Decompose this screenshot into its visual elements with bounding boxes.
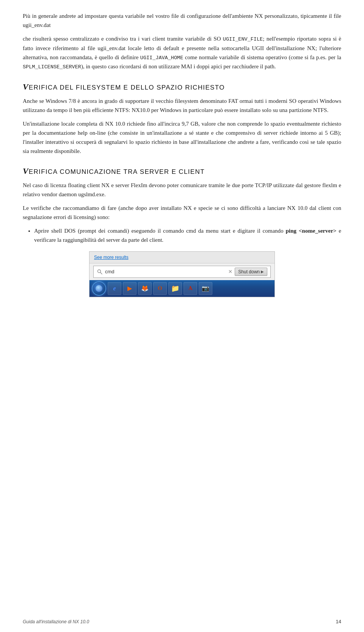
shutdown-arrow-icon: ▶ xyxy=(261,270,264,274)
p2-code1: UGII_ENV_FILE xyxy=(223,36,263,42)
start-button[interactable] xyxy=(92,281,106,296)
firefox-icon: 🦊 xyxy=(141,285,149,292)
footer-page-number: 14 xyxy=(336,619,341,624)
page-content: Più in generale andrete ad impostare que… xyxy=(0,0,364,327)
folder-taskbar-icon[interactable]: 📁 xyxy=(168,282,182,295)
section2-heading: Verifica comunicazione tra server e clie… xyxy=(23,166,341,176)
ie-taskbar-icon[interactable]: e xyxy=(108,282,121,295)
section2-p2-text: Le verifiche che raccomandiamo di fare (… xyxy=(23,205,341,220)
section2-heading-text: erifica comunicazione tra server e clien… xyxy=(29,168,205,175)
section2-p2: Le verifiche che raccomandiamo di fare (… xyxy=(23,203,341,222)
win7-taskbar: e ▶ 🦊 O 📁 A xyxy=(89,280,275,297)
acrobat-icon: A xyxy=(188,285,192,292)
page-footer: Guida all'installazione di NX 10.0 14 xyxy=(0,619,364,624)
paragraph-2: che risulterà spesso centralizzato e con… xyxy=(23,34,341,71)
cmd-input-text[interactable]: cmd xyxy=(105,269,226,274)
bullet-list: Aprire shell DOS (prompt dei comandi) es… xyxy=(34,226,341,244)
ie-icon: e xyxy=(113,285,116,292)
section1-heading: Verifica del filesystem e dello spazio r… xyxy=(23,82,341,92)
acrobat-taskbar-icon[interactable]: A xyxy=(184,282,197,295)
see-more-results[interactable]: See more results xyxy=(94,255,271,260)
camera-icon: 📷 xyxy=(202,285,209,292)
section2-p1-text: Nel caso di licenza floating client NX e… xyxy=(23,182,341,197)
firefox-taskbar-icon[interactable]: 🦊 xyxy=(138,282,152,295)
paragraph-1: Più in generale andrete ad impostare que… xyxy=(23,11,341,30)
media-player-taskbar-icon[interactable]: ▶ xyxy=(123,282,136,295)
p2-code2: UGII_JAVA_HOME xyxy=(140,55,183,61)
cmd-clear-button[interactable]: ✕ xyxy=(228,269,232,275)
shutdown-label: Shut down xyxy=(238,269,260,274)
bullet1-prefix: Aprire shell DOS (prompt dei comandi) es… xyxy=(34,228,286,234)
office-taskbar-icon[interactable]: O xyxy=(153,282,167,295)
bullet-item-1: Aprire shell DOS (prompt dei comandi) es… xyxy=(34,226,341,244)
camera-taskbar-icon[interactable]: 📷 xyxy=(199,282,212,295)
win7-cmd-row: cmd ✕ Shut down ▶ xyxy=(93,266,271,278)
p2-code3: SPLM_LICENSE_SERVER xyxy=(23,64,81,70)
start-orb-icon xyxy=(96,285,102,292)
section1-p2: Un'installazione locale completa di NX 1… xyxy=(23,119,341,156)
section2-p1: Nel caso di licenza floating client NX e… xyxy=(23,181,341,199)
win7-search-area: See more results xyxy=(89,252,275,263)
shutdown-button[interactable]: Shut down ▶ xyxy=(235,268,267,276)
footer-guide-text: Guida all'installazione di NX 10.0 xyxy=(23,619,89,624)
section1-p2-text: Un'installazione locale completa di NX 1… xyxy=(23,121,341,154)
office-icon: O xyxy=(158,285,162,292)
p1-text: Più in generale andrete ad impostare que… xyxy=(23,13,341,28)
section1-p1-text: Anche se Windows 7/8 è ancora in grado d… xyxy=(23,98,341,113)
media-player-icon: ▶ xyxy=(127,285,132,292)
search-icon xyxy=(97,269,103,275)
p2-suffix2: come normale variabile di sistema operat… xyxy=(183,54,341,60)
section1-heading-text: erifica del filesystem e dello spazio ri… xyxy=(29,84,225,91)
screenshot-box: See more results cmd ✕ Shut down ▶ xyxy=(89,251,275,297)
section1-p1: Anche se Windows 7/8 è ancora in grado d… xyxy=(23,96,341,115)
p2-prefix: che risulterà spesso centralizzato e con… xyxy=(23,36,223,42)
bullet1-bold: ping <nome_server> xyxy=(286,228,337,234)
screenshot-container: See more results cmd ✕ Shut down ▶ xyxy=(23,251,341,297)
p2-suffix3: ), in questo caso ricordarsi di non util… xyxy=(81,63,276,69)
folder-icon: 📁 xyxy=(171,284,179,293)
svg-line-1 xyxy=(100,272,102,274)
